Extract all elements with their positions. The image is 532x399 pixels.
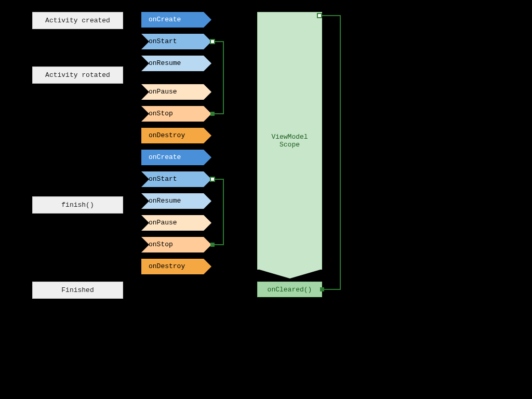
lifecycle-oncreate-2: onCreate <box>141 150 204 165</box>
viewmodel-scope: ViewModel Scope <box>257 12 322 270</box>
lifecycle-oncreate-1: onCreate <box>141 12 204 28</box>
lifecycle-ondestroy-1: onDestroy <box>141 128 204 143</box>
state-finish-call: finish() <box>32 196 123 214</box>
lifecycle-onstop-2: onStop <box>141 237 204 252</box>
state-finished: Finished <box>32 282 123 299</box>
lifecycle-onresume-1: onResume <box>141 56 204 71</box>
state-activity-created: Activity created <box>32 12 123 29</box>
lifecycle-ondestroy-2: onDestroy <box>141 259 204 274</box>
lifecycle-onpause-1: onPause <box>141 84 204 100</box>
lifecycle-onpause-2: onPause <box>141 215 204 231</box>
lifecycle-onstart-2: onStart <box>141 171 204 187</box>
lifecycle-onstart-1: onStart <box>141 34 204 49</box>
viewmodel-oncleared: onCleared() <box>257 282 322 297</box>
lifecycle-onresume-2: onResume <box>141 193 204 209</box>
state-activity-rotated: Activity rotated <box>32 66 123 84</box>
lifecycle-onstop-1: onStop <box>141 106 204 122</box>
